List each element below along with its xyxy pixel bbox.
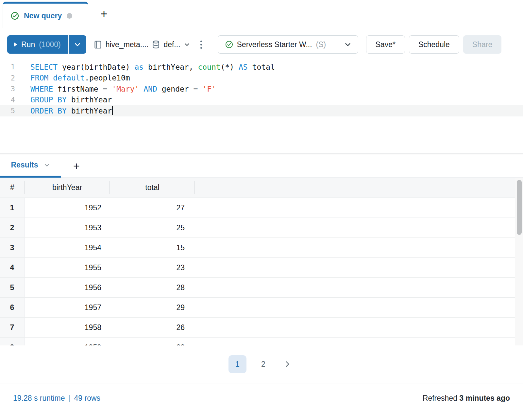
birthyear-cell: 1958 <box>25 318 110 337</box>
code-text: WHERE firstName = 'Mary' AND gender = 'F… <box>15 85 216 93</box>
unsaved-changes-dot <box>67 13 72 19</box>
total-cell: 25 <box>110 218 195 237</box>
table-row[interactable]: 7195826 <box>0 318 515 338</box>
row-index-cell: 6 <box>0 298 25 317</box>
table-row[interactable]: 5195628 <box>0 278 515 298</box>
code-line-2[interactable]: 2FROM default.people10m <box>0 73 523 84</box>
chevron-down-icon <box>184 41 190 48</box>
code-text: FROM default.people10m <box>15 74 130 82</box>
table-row[interactable]: 8195928 <box>0 338 515 345</box>
filler-cell <box>195 298 515 317</box>
catalog-schema-selector[interactable]: hive_meta.... def... <box>93 40 190 49</box>
row-index-cell: 5 <box>0 278 25 297</box>
total-cell: 29 <box>110 298 195 317</box>
table-row[interactable]: 6195729 <box>0 298 515 318</box>
line-number: 2 <box>0 74 15 82</box>
code-text: SELECT year(birthDate) as birthYear, cou… <box>15 63 275 71</box>
run-label: Run <box>21 40 35 49</box>
page-button-2[interactable]: 2 <box>254 355 272 373</box>
filler-cell <box>195 238 515 257</box>
results-table: # birthYear total 1195227219532531954154… <box>0 178 515 345</box>
line-number: 4 <box>0 96 15 104</box>
run-row-limit: (1000) <box>39 40 60 49</box>
catalog-label: hive_meta.... <box>106 40 149 49</box>
code-line-1[interactable]: 1SELECT year(birthDate) as birthYear, co… <box>0 61 523 73</box>
query-stats: 19.28 s runtime | 49 rows <box>13 394 100 403</box>
editor-toolbar: Run (1000) hive_meta.... def... Serverle… <box>0 28 523 54</box>
row-index-cell: 8 <box>0 338 25 345</box>
row-index-cell: 2 <box>0 218 25 237</box>
runtime-link[interactable]: 19.28 s runtime <box>13 394 65 403</box>
schema-label: def... <box>163 40 180 49</box>
code-text: GROUP BY birthYear <box>15 96 112 104</box>
filler-cell <box>195 258 515 277</box>
birthyear-cell: 1956 <box>25 278 110 297</box>
column-header-birthyear[interactable]: birthYear <box>25 178 110 198</box>
column-header-filler <box>195 178 515 198</box>
sql-editor[interactable]: 1SELECT year(birthDate) as birthYear, co… <box>0 54 523 153</box>
results-scrollbar-thumb[interactable] <box>517 180 522 235</box>
results-table-viewport: # birthYear total 1195227219532531954154… <box>0 178 523 345</box>
row-index-cell: 7 <box>0 318 25 337</box>
text-cursor <box>112 106 113 115</box>
code-text: ORDER BY birthYear <box>15 106 113 115</box>
birthyear-cell: 1952 <box>25 198 110 218</box>
stats-divider: | <box>69 394 71 403</box>
column-header-index[interactable]: # <box>0 178 25 198</box>
table-row[interactable]: 1195227 <box>0 198 515 218</box>
line-number: 5 <box>0 107 15 115</box>
total-cell: 27 <box>110 198 195 218</box>
column-header-total[interactable]: total <box>110 178 195 198</box>
query-saved-check-icon <box>11 12 19 20</box>
tab-label: New query <box>24 11 62 20</box>
total-cell: 28 <box>110 338 195 345</box>
row-count-link[interactable]: 49 rows <box>74 394 101 403</box>
refreshed-time: 3 minutes ago <box>459 394 510 402</box>
birthyear-cell: 1959 <box>25 338 110 345</box>
table-row[interactable]: 3195415 <box>0 238 515 258</box>
warehouse-running-check-icon <box>225 41 233 48</box>
tab-results[interactable]: Results <box>0 154 61 178</box>
row-index-cell: 4 <box>0 258 25 277</box>
total-cell: 23 <box>110 258 195 277</box>
birthyear-cell: 1953 <box>25 218 110 237</box>
next-page-button[interactable] <box>280 360 295 368</box>
birthyear-cell: 1957 <box>25 298 110 317</box>
tab-new-query[interactable]: New query <box>3 2 88 28</box>
schema-database-icon <box>152 40 160 49</box>
total-cell: 15 <box>110 238 195 257</box>
results-scrollbar-track[interactable] <box>515 178 523 345</box>
table-row[interactable]: 4195523 <box>0 258 515 278</box>
chevron-down-icon <box>74 41 81 48</box>
table-body: 1195227219532531954154195523519562861957… <box>0 198 515 345</box>
row-index-cell: 1 <box>0 198 25 218</box>
add-visualization-button[interactable]: + <box>69 154 84 177</box>
chevron-down-icon <box>44 162 50 168</box>
refreshed-status: Refreshed 3 minutes ago <box>423 394 510 403</box>
run-options-dropdown-button[interactable] <box>68 35 86 54</box>
warehouse-selector[interactable]: Serverless Starter W... (S) <box>218 35 358 54</box>
chevron-right-icon <box>283 360 291 368</box>
code-line-4[interactable]: 4GROUP BY birthYear <box>0 95 523 106</box>
pagination-pages: 12 <box>228 355 272 373</box>
filler-cell <box>195 198 515 218</box>
filler-cell <box>195 218 515 237</box>
results-pagination: 12 <box>0 345 523 383</box>
results-tab-label: Results <box>11 161 38 169</box>
table-row[interactable]: 2195325 <box>0 218 515 238</box>
row-index-cell: 3 <box>0 238 25 257</box>
save-button[interactable]: Save* <box>366 35 405 54</box>
share-button[interactable]: Share <box>463 35 501 54</box>
total-cell: 28 <box>110 278 195 297</box>
more-options-kebab-button[interactable] <box>195 35 208 54</box>
schedule-button[interactable]: Schedule <box>409 35 459 54</box>
code-line-5[interactable]: 5ORDER BY birthYear <box>0 105 523 116</box>
birthyear-cell: 1954 <box>25 238 110 257</box>
warehouse-label: Serverless Starter W... <box>237 40 312 49</box>
new-tab-button[interactable]: + <box>94 0 114 28</box>
page-button-1[interactable]: 1 <box>228 355 246 373</box>
chevron-down-icon <box>344 41 351 48</box>
run-button[interactable]: Run (1000) <box>7 35 68 54</box>
code-line-3[interactable]: 3WHERE firstName = 'Mary' AND gender = '… <box>0 83 523 95</box>
filler-cell <box>195 278 515 297</box>
